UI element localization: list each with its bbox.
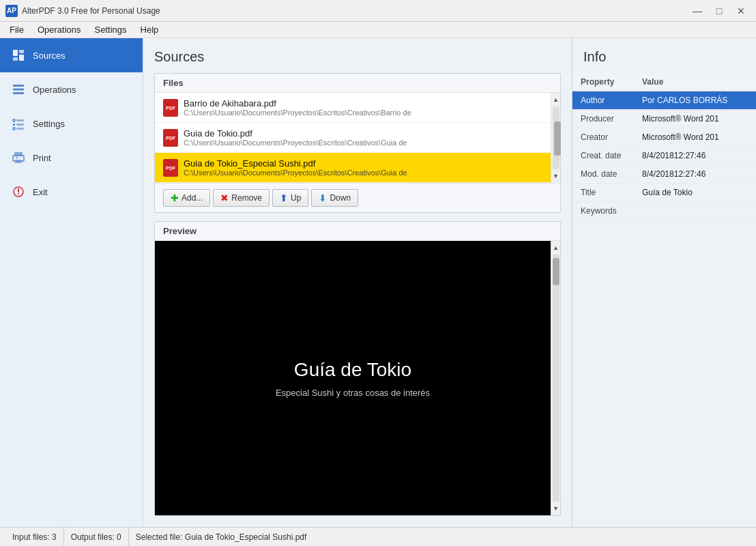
menu-file[interactable]: File bbox=[3, 23, 31, 36]
files-scroll-wrapper: PDF Barrio de Akihabara.pdf C:\Users\Usu… bbox=[155, 93, 560, 183]
svg-rect-1 bbox=[13, 57, 18, 61]
sidebar-item-exit[interactable]: Exit bbox=[0, 175, 143, 209]
svg-rect-12 bbox=[16, 128, 24, 130]
preview-slide-subtitle: Especial Sushi y otras cosas de interés bbox=[276, 388, 430, 398]
preview-box: Preview Guía de Tokio Especial Sushi y o… bbox=[154, 221, 561, 516]
file-path-2: C:\Users\Usuario\Documents\Proyectos\Esc… bbox=[184, 169, 542, 177]
svg-rect-11 bbox=[13, 128, 15, 130]
svg-rect-0 bbox=[13, 50, 18, 56]
files-scrollbar[interactable]: ▲ ▼ bbox=[551, 93, 560, 183]
sidebar-sources-label: Sources bbox=[33, 51, 66, 61]
info-header-value: Value bbox=[634, 73, 756, 91]
file-name-0: Barrio de Akihabara.pdf bbox=[184, 98, 542, 109]
info-row-mod-date: Mod. date 8/4/201812:27:46 bbox=[572, 165, 756, 184]
info-value-mod-date: 8/4/201812:27:46 bbox=[634, 165, 756, 184]
window-controls: — □ ✕ bbox=[688, 3, 751, 18]
info-value-creator: Microsoft® Word 201 bbox=[634, 128, 756, 147]
info-row-creat-date: Creat. date 8/4/201812:27:46 bbox=[572, 147, 756, 165]
preview-scrollbar[interactable]: ▲ ▼ bbox=[551, 241, 560, 515]
preview-scroll-down[interactable]: ▼ bbox=[551, 503, 561, 514]
remove-button[interactable]: ✖ Remove bbox=[213, 189, 270, 207]
svg-rect-7 bbox=[13, 119, 15, 121]
print-icon bbox=[11, 150, 26, 165]
files-list: PDF Barrio de Akihabara.pdf C:\Users\Usu… bbox=[155, 93, 551, 183]
svg-rect-3 bbox=[19, 55, 24, 61]
scroll-thumb[interactable] bbox=[554, 121, 561, 156]
exit-icon bbox=[11, 184, 26, 199]
svg-point-18 bbox=[18, 193, 19, 195]
preview-header: Preview bbox=[155, 222, 560, 241]
preview-content: Guía de Tokio Especial Sushi y otras cos… bbox=[155, 241, 551, 515]
sidebar-item-print[interactable]: Print bbox=[0, 141, 143, 175]
menu-help[interactable]: Help bbox=[134, 23, 166, 36]
scroll-up-arrow[interactable]: ▲ bbox=[551, 94, 561, 105]
menu-settings[interactable]: Settings bbox=[88, 23, 134, 36]
scroll-down-arrow[interactable]: ▼ bbox=[551, 171, 561, 182]
files-header: Files bbox=[155, 74, 560, 93]
down-icon: ⬇ bbox=[319, 192, 327, 203]
up-icon: ⬆ bbox=[280, 192, 288, 203]
statusbar: Input files: 3 Output files: 0 Selected … bbox=[0, 527, 756, 546]
svg-rect-9 bbox=[13, 124, 15, 126]
file-item-1[interactable]: PDF Guia de Tokio.pdf C:\Users\Usuario\D… bbox=[155, 123, 551, 153]
up-button[interactable]: ⬆ Up bbox=[272, 189, 308, 207]
minimize-button[interactable]: — bbox=[688, 3, 707, 18]
remove-label: Remove bbox=[231, 193, 262, 203]
file-item-2[interactable]: PDF Guia de Tokio_Especial Sushi.pdf C:\… bbox=[155, 153, 551, 183]
sidebar-item-operations[interactable]: Operations bbox=[0, 72, 143, 106]
preview-slide-title: Guía de Tokio bbox=[294, 359, 411, 381]
files-toolbar: ✚ Add... ✖ Remove ⬆ Up ⬇ Down bbox=[155, 183, 560, 212]
info-property-title: Title bbox=[572, 184, 634, 202]
file-item-0[interactable]: PDF Barrio de Akihabara.pdf C:\Users\Usu… bbox=[155, 93, 551, 123]
operations-icon bbox=[11, 82, 26, 97]
status-input-files: Input files: 3 bbox=[5, 528, 64, 546]
file-info-1: Guia de Tokio.pdf C:\Users\Usuario\Docum… bbox=[184, 128, 542, 147]
svg-rect-6 bbox=[13, 92, 24, 94]
preview-scroll-up[interactable]: ▲ bbox=[551, 242, 561, 253]
info-property-creat-date: Creat. date bbox=[572, 147, 634, 165]
info-property-author: Author bbox=[572, 91, 634, 110]
info-table: Property Value Author Por CARLOS BORRÁS … bbox=[572, 73, 756, 220]
preview-section: Preview Guía de Tokio Especial Sushi y o… bbox=[154, 221, 561, 516]
sidebar-exit-label: Exit bbox=[33, 187, 48, 197]
preview-scroll-thumb[interactable] bbox=[553, 258, 559, 285]
file-path-0: C:\Users\Usuario\Documents\Proyectos\Esc… bbox=[184, 109, 542, 117]
app-title: AlterPDF 3.0 Free for Personal Usage bbox=[22, 6, 160, 16]
info-header-property: Property bbox=[572, 73, 634, 91]
svg-rect-8 bbox=[16, 119, 24, 121]
file-name-1: Guia de Tokio.pdf bbox=[184, 128, 542, 139]
pdf-icon-0: PDF bbox=[163, 99, 178, 117]
add-icon: ✚ bbox=[171, 192, 179, 203]
info-property-keywords: Keywords bbox=[572, 202, 634, 220]
menu-operations[interactable]: Operations bbox=[31, 23, 88, 36]
info-row-creator: Creator Microsoft® Word 201 bbox=[572, 128, 756, 147]
files-section: Files PDF Barrio de Akihabara.pdf C:\Use… bbox=[154, 73, 561, 213]
info-value-creat-date: 8/4/201812:27:46 bbox=[634, 147, 756, 165]
sidebar: Sources Operations bbox=[0, 38, 143, 527]
settings-icon bbox=[11, 116, 26, 131]
add-button[interactable]: ✚ Add... bbox=[163, 189, 210, 207]
add-label: Add... bbox=[181, 193, 203, 203]
app-icon: AP bbox=[5, 5, 18, 17]
content-title: Sources bbox=[154, 49, 561, 65]
file-path-1: C:\Users\Usuario\Documents\Proyectos\Esc… bbox=[184, 139, 542, 147]
maximize-button[interactable]: □ bbox=[710, 3, 729, 18]
svg-rect-10 bbox=[16, 124, 24, 126]
sidebar-item-sources[interactable]: Sources bbox=[0, 38, 143, 72]
info-row-producer: Producer Microsoft® Word 201 bbox=[572, 110, 756, 128]
close-button[interactable]: ✕ bbox=[731, 3, 751, 18]
up-label: Up bbox=[291, 193, 301, 203]
pdf-icon-1: PDF bbox=[163, 129, 178, 147]
down-button[interactable]: ⬇ Down bbox=[311, 189, 358, 207]
info-property-creator: Creator bbox=[572, 128, 634, 147]
svg-rect-2 bbox=[19, 50, 24, 53]
info-row-title: Title Guía de Tokio bbox=[572, 184, 756, 202]
sidebar-item-settings[interactable]: Settings bbox=[0, 106, 143, 141]
file-name-2: Guia de Tokio_Especial Sushi.pdf bbox=[184, 158, 542, 169]
info-value-author: Por CARLOS BORRÁS bbox=[634, 91, 756, 110]
sidebar-operations-label: Operations bbox=[33, 85, 76, 95]
status-selected-file: Selected file: Guia de Tokio_Especial Su… bbox=[129, 528, 314, 546]
titlebar: AP AlterPDF 3.0 Free for Personal Usage … bbox=[0, 0, 756, 22]
svg-rect-4 bbox=[13, 85, 24, 87]
info-title: Info bbox=[572, 49, 756, 73]
